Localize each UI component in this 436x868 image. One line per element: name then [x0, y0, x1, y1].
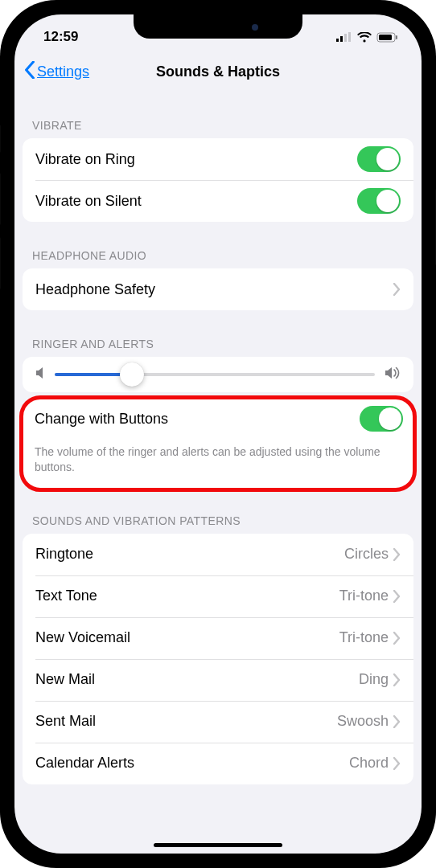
volume-slider-row	[23, 357, 413, 392]
section-header-ringer: RINGER AND ALERTS	[14, 310, 422, 357]
row-value: Tri-tone	[339, 629, 389, 646]
chevron-right-icon	[393, 715, 401, 728]
home-indicator[interactable]	[154, 843, 282, 847]
svg-rect-6	[396, 35, 397, 39]
notch	[134, 14, 302, 39]
settings-content: VIBRATE Vibrate on Ring Vibrate on Silen…	[14, 92, 422, 784]
row-ringtone[interactable]: Ringtone Circles	[23, 534, 413, 575]
row-label: Ringtone	[35, 546, 344, 563]
row-label: Change with Buttons	[35, 411, 360, 428]
speaker-high-icon	[385, 366, 401, 383]
chevron-right-icon	[393, 283, 401, 296]
volume-up-button	[0, 173, 1, 225]
row-label: Text Tone	[35, 588, 339, 604]
volume-slider[interactable]	[55, 373, 375, 376]
row-sent-mail[interactable]: Sent Mail Swoosh	[23, 701, 413, 743]
row-text-tone[interactable]: Text Tone Tri-tone	[23, 575, 413, 617]
svg-rect-0	[336, 39, 339, 42]
highlighted-change-with-buttons: Change with Buttons The volume of the ri…	[19, 395, 417, 492]
row-label: New Mail	[35, 671, 359, 688]
svg-rect-3	[348, 32, 351, 42]
row-value: Ding	[359, 671, 389, 688]
chevron-right-icon	[393, 757, 401, 770]
nav-bar: Settings Sounds & Haptics	[14, 51, 422, 92]
chevron-right-icon	[393, 632, 401, 645]
row-value: Swoosh	[337, 713, 389, 730]
section-header-vibrate: VIBRATE	[14, 92, 422, 138]
row-calendar-alerts[interactable]: Calendar Alerts Chord	[23, 743, 413, 784]
volume-down-button	[0, 237, 1, 289]
slider-thumb[interactable]	[120, 362, 144, 387]
row-label: New Voicemail	[35, 629, 339, 646]
svg-rect-5	[379, 35, 392, 40]
wifi-icon	[357, 32, 372, 43]
back-label: Settings	[37, 63, 89, 80]
speaker-low-icon	[35, 366, 45, 383]
chevron-right-icon	[393, 548, 401, 561]
row-value: Chord	[349, 755, 389, 772]
section-header-sounds: SOUNDS AND VIBRATION PATTERNS	[14, 492, 422, 534]
toggle-change-with-buttons[interactable]	[360, 406, 403, 432]
change-with-buttons-footer: The volume of the ringer and alerts can …	[23, 438, 413, 486]
row-vibrate-on-ring[interactable]: Vibrate on Ring	[23, 138, 413, 180]
status-time: 12:59	[43, 29, 78, 45]
row-label: Headphone Safety	[35, 281, 393, 298]
toggle-vibrate-on-ring[interactable]	[357, 146, 401, 172]
svg-rect-1	[340, 36, 343, 42]
group-slider	[23, 357, 413, 392]
phone-frame: 12:59	[0, 0, 436, 868]
chevron-right-icon	[393, 674, 401, 686]
toggle-vibrate-on-silent[interactable]	[357, 188, 401, 214]
battery-icon	[376, 32, 399, 43]
section-header-headphone: HEADPHONE AUDIO	[14, 222, 422, 268]
svg-rect-2	[344, 34, 347, 42]
back-button[interactable]: Settings	[24, 61, 89, 83]
row-new-mail[interactable]: New Mail Ding	[23, 659, 413, 701]
row-label: Calendar Alerts	[35, 755, 349, 772]
group-headphone: Headphone Safety	[23, 268, 413, 310]
page-title: Sounds & Haptics	[156, 63, 280, 80]
row-change-with-buttons[interactable]: Change with Buttons	[23, 399, 413, 438]
row-value: Circles	[344, 546, 389, 563]
row-headphone-safety[interactable]: Headphone Safety	[23, 268, 413, 310]
group-sounds: Ringtone Circles Text Tone Tri-tone New …	[23, 534, 413, 784]
chevron-left-icon	[24, 61, 35, 83]
row-vibrate-on-silent[interactable]: Vibrate on Silent	[23, 180, 413, 222]
row-label: Vibrate on Silent	[35, 193, 357, 210]
row-new-voicemail[interactable]: New Voicemail Tri-tone	[23, 617, 413, 659]
row-value: Tri-tone	[339, 588, 389, 604]
row-label: Sent Mail	[35, 713, 337, 730]
chevron-right-icon	[393, 590, 401, 603]
cellular-icon	[336, 32, 352, 42]
row-label: Vibrate on Ring	[35, 151, 357, 168]
mute-switch	[0, 125, 1, 153]
group-vibrate: Vibrate on Ring Vibrate on Silent	[23, 138, 413, 222]
